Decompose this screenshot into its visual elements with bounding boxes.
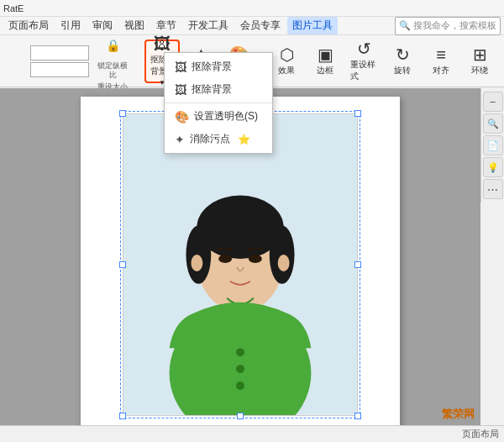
dropdown-remove-bg-2[interactable]: 🖼 抠除背景 (165, 78, 272, 101)
menu-vip[interactable]: 会员专享 (235, 17, 286, 34)
photo-frame (123, 113, 358, 416)
page-view-btn[interactable]: 📄 (483, 135, 503, 155)
svg-point-7 (270, 225, 295, 284)
svg-point-14 (236, 365, 244, 373)
dropdown-remove-bg-label-1: 抠除背景 (192, 60, 232, 74)
dropdown-remove-bg-label-2: 抠除背景 (192, 82, 232, 97)
dropdown-separator (165, 103, 272, 103)
lock-ratio-btn[interactable]: 🔒 (104, 30, 121, 61)
border-icon: ▣ (318, 46, 333, 63)
dropdown-set-transparent[interactable]: 🎨 设置透明色(S) (165, 105, 272, 128)
lock-label: 锁定纵横比 (96, 61, 129, 80)
menu-page-layout[interactable]: 页面布局 (3, 17, 54, 34)
zoom-out-btn[interactable]: − (483, 92, 503, 112)
height-input-row: 15.56厘米 (5, 45, 89, 61)
border-label: 边框 (317, 65, 333, 76)
lightbulb-btn[interactable]: 💡 (483, 157, 503, 177)
person-image (123, 114, 357, 415)
bottom-bar: 页面布局 (0, 425, 504, 442)
more-btn[interactable]: ⋯ (483, 179, 503, 199)
svg-point-13 (236, 348, 244, 356)
search-placeholder: 搜我命令，搜索模板 (413, 19, 496, 32)
effects-button[interactable]: ⬡ 效果 (269, 39, 304, 83)
rotate-button[interactable]: ↻ 旋转 (385, 39, 420, 83)
set-transparent-icon: 🎨 (175, 110, 189, 124)
wrap-label: 环绕 (471, 65, 488, 76)
size-inputs-group: 15.56厘米 10.53厘米 (5, 45, 89, 77)
svg-point-11 (278, 255, 290, 271)
svg-point-8 (218, 255, 232, 263)
dropdown-remove-nodes[interactable]: ✦ 消除污点 ⭐ (165, 128, 272, 150)
svg-point-10 (191, 255, 202, 271)
star-icon: ⭐ (238, 134, 250, 145)
lock-resize-group: 🔒 锁定纵横比 重设大小 (96, 30, 129, 91)
restyle-button[interactable]: ↺ 重设样式 (346, 39, 381, 83)
search-box[interactable]: 🔍 搜我命令，搜索模板 (395, 17, 501, 35)
remove-bg-menu-icon-2: 🖼 (175, 83, 186, 97)
remove-nodes-icon: ✦ (175, 133, 185, 146)
rotate-label: 旋转 (394, 65, 411, 76)
watermark: 繁荣网 (442, 407, 475, 422)
width-input[interactable]: 10.53厘米 (30, 62, 89, 77)
menu-devtools[interactable]: 开发工具 (183, 17, 234, 34)
menu-image-tools[interactable]: 图片工具 (287, 17, 338, 34)
menu-bar: 页面布局 引用 审阅 视图 章节 开发工具 会员专享 图片工具 🔍 搜我命令，搜… (0, 17, 504, 35)
align-button[interactable]: ≡ 对齐 (423, 39, 459, 83)
restyle-label: 重设样式 (350, 59, 377, 82)
wrap-button[interactable]: ⊞ 环绕 (462, 39, 497, 83)
svg-point-6 (186, 225, 211, 284)
photo-container[interactable] (123, 113, 358, 416)
align-label: 对齐 (433, 65, 449, 76)
menu-reference[interactable]: 引用 (55, 17, 86, 34)
remove-bg-icon: 🖼 (154, 35, 171, 52)
svg-point-15 (236, 381, 244, 390)
border-button[interactable]: ▣ 边框 (307, 39, 343, 83)
wrap-icon: ⊞ (473, 46, 487, 63)
status-text: 页面布局 (462, 428, 499, 440)
dropdown-remove-bg-1[interactable]: 🖼 抠除背景 (165, 55, 272, 78)
align-icon: ≡ (436, 46, 446, 63)
effects-icon: ⬡ (280, 46, 294, 63)
zoom-search-btn[interactable]: 🔍 (483, 113, 503, 134)
title-bar: RatE (0, 0, 504, 17)
rotate-icon: ↻ (396, 46, 410, 63)
height-input[interactable]: 15.56厘米 (30, 45, 89, 61)
effects-label: 效果 (278, 65, 295, 76)
restyle-icon: ↺ (357, 40, 371, 57)
remove-bg-menu-icon-1: 🖼 (175, 61, 186, 74)
menu-chapter[interactable]: 章节 (151, 17, 181, 34)
svg-point-9 (249, 255, 262, 263)
search-icon: 🔍 (399, 20, 411, 31)
dropdown-menu: 🖼 抠除背景 🖼 抠除背景 🎨 设置透明色(S) ✦ 消除污点 ⭐ (164, 52, 273, 154)
dropdown-remove-nodes-label: 消除污点 (190, 132, 230, 146)
width-input-row: 10.53厘米 (5, 62, 89, 77)
app-title: RatE (3, 3, 24, 13)
dropdown-set-transparent-label: 设置透明色(S) (194, 109, 258, 124)
right-sidebar: − 🔍 📄 💡 ⋯ (480, 88, 504, 203)
